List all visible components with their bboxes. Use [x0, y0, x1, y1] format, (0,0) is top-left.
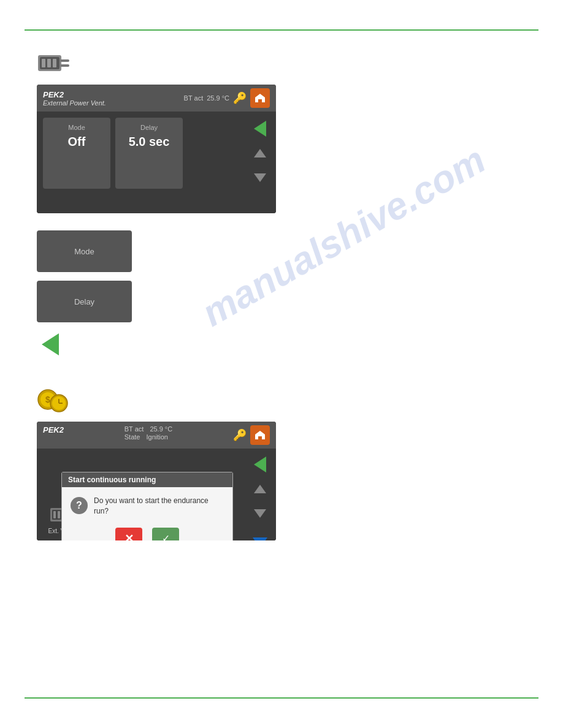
svg-text:$: $ — [45, 395, 50, 404]
home-button[interactable] — [250, 88, 270, 108]
scroll-down-blue-button[interactable] — [249, 532, 271, 540]
panel-subtitle: External Power Vent. — [43, 99, 106, 107]
dialog-body: ? Do you want to start the endurance run… — [62, 487, 232, 523]
state-value: Ignition — [146, 433, 167, 441]
bt-act-label-2: BT act — [124, 425, 144, 433]
timer-icon: $ — [37, 382, 71, 413]
header-row-bt: BT act 25.9 °C — [124, 425, 172, 433]
dialog-confirm-button[interactable]: ✓ — [152, 528, 179, 540]
vent-icon-top — [37, 50, 71, 76]
bottom-divider — [25, 697, 538, 699]
back-arrow-standalone[interactable] — [37, 331, 64, 358]
x-icon: ✕ — [124, 532, 134, 540]
back-arrow-icon — [254, 121, 266, 137]
back-arrow-large-icon — [42, 333, 59, 355]
scroll-up-button-2[interactable] — [249, 478, 271, 500]
arrow-up-icon — [254, 149, 266, 157]
panel-header-left: PEK2 External Power Vent. — [43, 90, 106, 107]
arrow-down-icon-2 — [254, 509, 266, 518]
arrow-up-icon-2 — [254, 485, 266, 493]
mode-label: Mode — [53, 124, 101, 131]
panel-footer — [37, 195, 276, 213]
panel-header-right: BT act 25.9 °C 🔑 — [184, 88, 270, 108]
bottom-device-panel: PEK2 BT act 25.9 °C State Ignition 🔑 — [37, 422, 276, 540]
delay-label: Delay — [125, 124, 173, 131]
panel-info-2: BT act 25.9 °C State Ignition — [124, 425, 172, 441]
svg-rect-17 — [58, 511, 60, 518]
arrow-down-icon — [254, 173, 266, 182]
svg-rect-5 — [60, 59, 69, 62]
panel-header-2: PEK2 BT act 25.9 °C State Ignition 🔑 — [37, 422, 276, 449]
svg-rect-2 — [42, 59, 45, 67]
mode-button[interactable]: Mode Off — [43, 118, 110, 189]
back-button-2[interactable] — [249, 453, 271, 476]
standalone-delay-label: Delay — [74, 297, 94, 306]
key-icon: 🔑 — [233, 91, 247, 105]
back-button-top[interactable] — [249, 118, 271, 140]
bt-act-label: BT act — [184, 94, 204, 102]
svg-rect-3 — [47, 59, 51, 67]
svg-rect-4 — [53, 59, 56, 67]
scroll-down-button[interactable] — [249, 167, 271, 189]
top-divider — [25, 29, 538, 31]
back-arrow-icon-2 — [254, 457, 266, 472]
panel-title-2: PEK2 — [43, 425, 64, 434]
dialog-question-text: Do you want to start the endurance run? — [94, 496, 224, 517]
dialog-buttons: ✕ ✓ — [62, 523, 232, 540]
state-label: State — [124, 433, 140, 441]
scroll-up-button[interactable] — [249, 142, 271, 164]
home-button-2[interactable] — [250, 425, 270, 445]
panel-right-buttons — [249, 112, 276, 195]
svg-rect-6 — [60, 64, 69, 67]
panel-header-right-2: 🔑 — [233, 425, 270, 445]
delay-button[interactable]: Delay 5.0 sec — [115, 118, 183, 189]
delay-value: 5.0 sec — [125, 135, 173, 149]
temperature-display: 25.9 °C — [207, 94, 229, 102]
panel-header: PEK2 External Power Vent. BT act 25.9 °C… — [37, 85, 276, 112]
check-icon: ✓ — [162, 533, 170, 540]
question-mark-icon: ? — [71, 497, 88, 514]
panel-content: Mode Off Delay 5.0 sec — [37, 112, 276, 195]
panel-title: PEK2 — [43, 90, 106, 99]
scroll-down-button-2[interactable] — [249, 502, 271, 525]
dialog-title: Start continuous running — [62, 472, 232, 487]
arrow-down-blue-icon — [253, 537, 267, 540]
standalone-mode-button[interactable]: Mode — [37, 230, 132, 272]
panel-right-buttons-2 — [244, 449, 276, 540]
mode-value: Off — [53, 135, 101, 149]
dialog-box: Start continuous running ? Do you want t… — [61, 472, 233, 540]
key-icon-2: 🔑 — [233, 428, 247, 442]
svg-rect-16 — [53, 511, 56, 518]
temp-2: 25.9 °C — [150, 425, 172, 433]
dialog-cancel-button[interactable]: ✕ — [115, 528, 142, 540]
panel-body: Mode Off Delay 5.0 sec — [37, 112, 247, 195]
panel-title-2-text: PEK2 — [43, 425, 64, 434]
panel-body-2: Start continuous running ? Do you want t… — [37, 449, 276, 540]
top-device-panel: PEK2 External Power Vent. BT act 25.9 °C… — [37, 85, 276, 213]
standalone-mode-label: Mode — [74, 247, 94, 256]
header-row-state: State Ignition — [124, 433, 172, 441]
standalone-delay-button[interactable]: Delay — [37, 281, 132, 322]
